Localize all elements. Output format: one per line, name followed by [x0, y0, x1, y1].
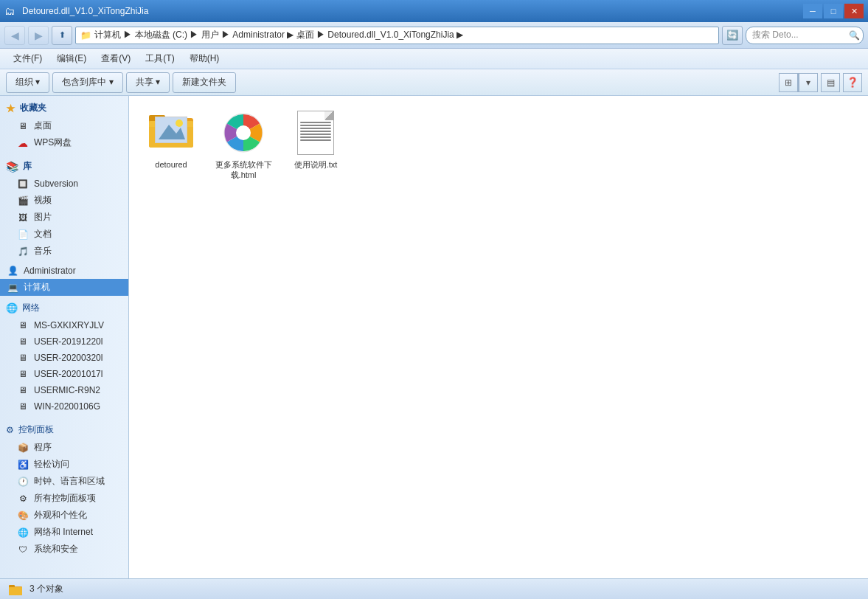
txt-line-7 [300, 139, 331, 141]
favorites-section: ★ 收藏夹 🖥 桌面 ☁ WPS网盘 [0, 96, 128, 154]
images-icon: 🖼 [16, 212, 29, 224]
sidebar-item-admin[interactable]: 👤 Administrator [0, 263, 128, 279]
sidebar-item-user1[interactable]: 🖥 USER-20191220l [0, 333, 128, 350]
sidebar-item-usermic[interactable]: 🖥 USERMIC-R9N2 [0, 382, 128, 398]
include-library-button[interactable]: 包含到库中 ▾ [52, 72, 122, 93]
library-icon: 📚 [6, 161, 18, 173]
share-button[interactable]: 共享 ▾ [126, 72, 170, 93]
up-button[interactable]: ⬆ [52, 26, 72, 45]
network-icon: 🌐 [6, 302, 18, 314]
favorites-label: 收藏夹 [20, 102, 46, 114]
minimize-button[interactable]: ─ [803, 4, 822, 18]
favorites-header[interactable]: ★ 收藏夹 [0, 99, 128, 117]
txt-line-4 [300, 131, 331, 132]
sidebar: ★ 收藏夹 🖥 桌面 ☁ WPS网盘 📚 库 🔲 Subversion [0, 96, 129, 578]
usermic-label: USERMIC-R9N2 [34, 385, 100, 395]
status-folder-svg [9, 584, 24, 595]
images-label: 图片 [34, 211, 52, 224]
organize-button[interactable]: 组织 ▾ [6, 72, 49, 93]
menu-edit[interactable]: 编辑(E) [49, 50, 94, 67]
music-label: 音乐 [34, 245, 52, 257]
view-dropdown-button[interactable]: ▾ [799, 73, 818, 92]
txt-line-2 [300, 125, 331, 126]
menu-help[interactable]: 帮助(H) [182, 50, 227, 67]
sidebar-item-time-lang[interactable]: 🕐 时钟、语言和区域 [0, 473, 128, 490]
address-path-text: 计算机 ▶ 本地磁盘 (C:) ▶ 用户 ▶ Administrator ▶ 桌… [94, 29, 463, 41]
library-label: 库 [23, 160, 32, 173]
menu-tools[interactable]: 工具(T) [138, 50, 181, 67]
new-folder-button[interactable]: 新建文件夹 [173, 72, 236, 93]
address-path[interactable]: 📁 计算机 ▶ 本地磁盘 (C:) ▶ 用户 ▶ Administrator ▶… [75, 27, 719, 44]
all-control-icon: ⚙ [16, 493, 29, 505]
file-item-detoured[interactable]: detoured [138, 105, 204, 185]
network-header[interactable]: 🌐 网络 [0, 299, 128, 317]
sidebar-item-music[interactable]: 🎵 音乐 [0, 243, 128, 260]
txt-line-6 [300, 136, 331, 138]
search-icon[interactable]: 🔍 [847, 29, 861, 42]
search-input[interactable] [746, 27, 864, 44]
subversion-label: Subversion [34, 179, 78, 189]
sidebar-item-video[interactable]: 🎬 视频 [0, 192, 128, 209]
photo-svg [156, 117, 187, 142]
net-internet-icon: 🌐 [16, 527, 29, 539]
sidebar-item-all-control[interactable]: ⚙ 所有控制面板项 [0, 490, 128, 507]
sidebar-item-system-security[interactable]: 🛡 系统和安全 [0, 541, 128, 558]
include-label: 包含到库中 ▾ [62, 76, 113, 89]
view-details-button[interactable]: ▤ [821, 73, 840, 92]
sidebar-item-images[interactable]: 🖼 图片 [0, 209, 128, 226]
window-controls: ─ □ ✕ [803, 4, 864, 18]
menu-file[interactable]: 文件(F) [6, 50, 49, 67]
file-item-html[interactable]: 更多系统软件下载.html [210, 105, 277, 185]
help-button[interactable]: ❓ [843, 73, 862, 92]
computer-icon: 💻 [6, 282, 19, 294]
sidebar-item-user3[interactable]: 🖥 USER-20201017l [0, 366, 128, 382]
file-label-html: 更多系统软件下载.html [213, 159, 274, 181]
user1-label: USER-20191220l [34, 336, 103, 347]
sidebar-item-program[interactable]: 📦 程序 [0, 439, 128, 456]
admin-label: Administrator [24, 266, 76, 276]
txt-line-1 [300, 122, 331, 123]
file-item-txt[interactable]: 使用说明.txt [282, 105, 349, 185]
sidebar-item-win[interactable]: 🖥 WIN-20200106G [0, 398, 128, 415]
main-area: ★ 收藏夹 🖥 桌面 ☁ WPS网盘 📚 库 🔲 Subversion [0, 96, 868, 578]
addressbar: ◀ ▶ ⬆ 📁 计算机 ▶ 本地磁盘 (C:) ▶ 用户 ▶ Administr… [0, 22, 868, 49]
sidebar-item-wps[interactable]: ☁ WPS网盘 [0, 134, 128, 151]
menubar: 文件(F) 编辑(E) 查看(V) 工具(T) 帮助(H) [0, 49, 868, 69]
network-section: 🌐 网络 🖥 MS-GXKIXRYJLV 🖥 USER-20191220l 🖥 … [0, 296, 128, 418]
html-file-icon [220, 109, 267, 156]
close-button[interactable]: ✕ [844, 4, 864, 18]
statusbar: 3 个对象 [0, 578, 868, 599]
sidebar-item-desktop[interactable]: 🖥 桌面 [0, 117, 128, 134]
library-header[interactable]: 📚 库 [0, 157, 128, 176]
video-icon: 🎬 [16, 195, 29, 207]
window-icon: 🗂 [4, 5, 15, 17]
maximize-button[interactable]: □ [824, 4, 843, 18]
share-label: 共享 ▾ [136, 76, 160, 89]
menu-view[interactable]: 查看(V) [94, 50, 138, 67]
sidebar-item-docs[interactable]: 📄 文档 [0, 226, 128, 243]
window-title: Detoured.dll_V1.0_XiTongZhiJia [22, 6, 803, 16]
refresh-button[interactable]: 🔄 [722, 26, 743, 45]
sidebar-item-computer[interactable]: 💻 计算机 [0, 279, 128, 296]
music-icon: 🎵 [16, 246, 29, 257]
easy-access-label: 轻松访问 [34, 458, 69, 471]
sidebar-item-network-internet[interactable]: 🌐 网络和 Internet [0, 524, 128, 541]
forward-button[interactable]: ▶ [28, 26, 49, 45]
sidebar-item-subversion[interactable]: 🔲 Subversion [0, 176, 128, 192]
sidebar-item-user2[interactable]: 🖥 USER-20200320l [0, 350, 128, 366]
appearance-label: 外观和个性化 [34, 509, 87, 522]
file-label-detoured: detoured [155, 159, 187, 170]
sidebar-item-appearance[interactable]: 🎨 外观和个性化 [0, 507, 128, 524]
status-folder-icon [9, 584, 24, 595]
control-panel-header[interactable]: ⚙ 控制面板 [0, 420, 128, 439]
sidebar-item-ms[interactable]: 🖥 MS-GXKIXRYJLV [0, 317, 128, 333]
win-label: WIN-20200106G [34, 401, 100, 412]
view-icon-button[interactable]: ⊞ [779, 73, 798, 92]
ms-label: MS-GXKIXRYJLV [34, 320, 104, 330]
admin-icon: 👤 [6, 265, 19, 277]
txt-line-3 [300, 128, 331, 129]
control-icon: ⚙ [6, 425, 14, 435]
sidebar-item-easy-access[interactable]: ♿ 轻松访问 [0, 456, 128, 473]
back-button[interactable]: ◀ [4, 26, 25, 45]
wps-label: WPS网盘 [34, 136, 72, 149]
